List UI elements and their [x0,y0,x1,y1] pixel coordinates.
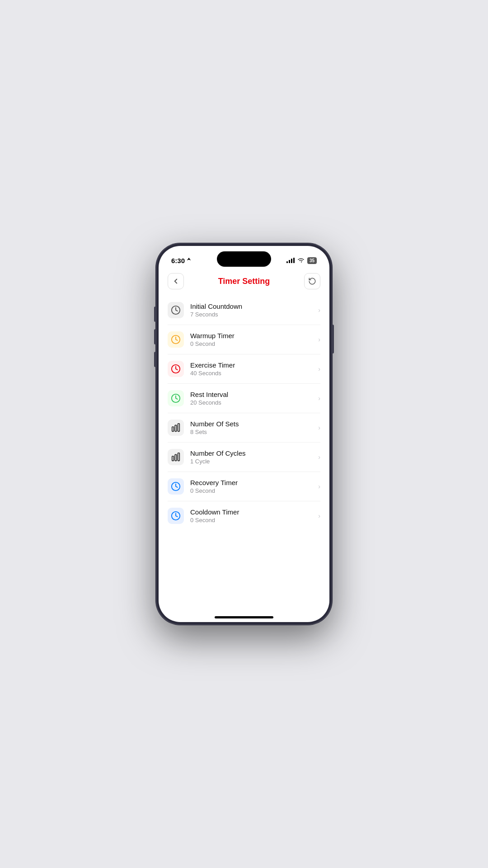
svg-rect-7 [172,456,174,461]
row-subtitle-exercise-timer: 40 Seconds [190,370,312,377]
settings-list: Initial Countdown 7 Seconds › Warmup Tim… [159,296,329,530]
row-subtitle-number-of-cycles: 1 Cycle [190,458,312,465]
svg-rect-6 [178,424,180,431]
nav-bar: Timer Setting [159,269,329,296]
signal-icon [286,258,295,263]
setting-row-recovery-timer[interactable]: Recovery Timer 0 Second › [159,472,329,501]
svg-rect-9 [178,453,180,461]
row-icon-cooldown-timer [168,508,184,524]
row-title-exercise-timer: Exercise Timer [190,361,312,369]
location-icon [187,258,191,263]
status-time: 6:30 [171,257,191,264]
chevron-icon-exercise-timer: › [318,365,320,373]
row-icon-initial-countdown [168,302,184,318]
row-icon-rest-interval [168,390,184,406]
row-title-number-of-cycles: Number Of Cycles [190,449,312,457]
row-icon-number-of-cycles [168,449,184,465]
chevron-icon-warmup-timer: › [318,336,320,343]
setting-row-exercise-timer[interactable]: Exercise Timer 40 Seconds › [159,354,329,383]
row-subtitle-initial-countdown: 7 Seconds [190,311,312,318]
row-icon-number-of-sets [168,420,184,436]
status-icons: 35 [286,257,317,264]
setting-row-number-of-sets[interactable]: Number Of Sets 8 Sets › [159,413,329,442]
setting-row-cooldown-timer[interactable]: Cooldown Timer 0 Second › [159,501,329,530]
row-title-initial-countdown: Initial Countdown [190,302,312,310]
chevron-icon-number-of-sets: › [318,424,320,431]
home-indicator [215,616,273,618]
row-title-cooldown-timer: Cooldown Timer [190,508,312,516]
battery-display: 35 [307,257,317,264]
back-button[interactable] [168,273,184,289]
row-title-number-of-sets: Number Of Sets [190,420,312,428]
row-subtitle-warmup-timer: 0 Second [190,340,312,347]
reset-button[interactable] [304,273,320,289]
row-subtitle-number-of-sets: 8 Sets [190,429,312,435]
setting-row-warmup-timer[interactable]: Warmup Timer 0 Second › [159,325,329,354]
row-subtitle-rest-interval: 20 Seconds [190,399,312,406]
setting-row-number-of-cycles[interactable]: Number Of Cycles 1 Cycle › [159,443,329,472]
row-icon-warmup-timer [168,331,184,348]
phone-frame: 6:30 35 [156,243,332,625]
chevron-icon-rest-interval: › [318,395,320,402]
svg-rect-8 [175,455,177,461]
setting-row-rest-interval[interactable]: Rest Interval 20 Seconds › [159,384,329,413]
row-icon-exercise-timer [168,361,184,377]
page-title: Timer Setting [218,277,270,286]
chevron-icon-initial-countdown: › [318,307,320,314]
setting-row-initial-countdown[interactable]: Initial Countdown 7 Seconds › [159,296,329,325]
svg-rect-4 [172,427,174,431]
row-subtitle-recovery-timer: 0 Second [190,487,312,494]
wifi-icon [297,258,305,263]
svg-rect-5 [175,425,177,432]
phone-screen: 6:30 35 [159,246,329,622]
time-display: 6:30 [171,257,185,264]
row-title-warmup-timer: Warmup Timer [190,332,312,340]
row-title-rest-interval: Rest Interval [190,391,312,398]
chevron-icon-cooldown-timer: › [318,512,320,519]
chevron-icon-recovery-timer: › [318,483,320,490]
row-subtitle-cooldown-timer: 0 Second [190,517,312,524]
row-title-recovery-timer: Recovery Timer [190,479,312,486]
dynamic-island [217,251,271,267]
row-icon-recovery-timer [168,478,184,495]
chevron-icon-number-of-cycles: › [318,453,320,461]
